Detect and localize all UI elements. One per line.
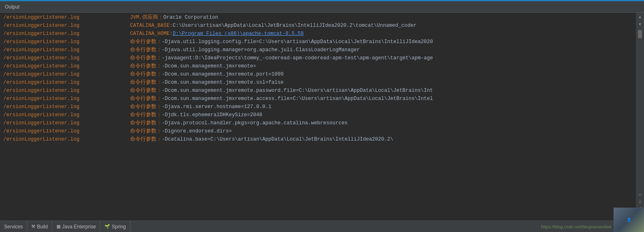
log-value: -Djava.rmi.server.hostname=127.0.0.1	[162, 103, 271, 111]
log-key: CATALINA_BASE:	[130, 22, 173, 30]
log-value: -Dcom.sun.management.jmxremote.ssl=false	[162, 78, 284, 87]
log-line: /ersionLoggerListener.log 命令行参数：-Dignore…	[0, 127, 636, 135]
log-key: 命令行参数：	[130, 38, 162, 46]
log-key: 命令行参数：	[130, 78, 162, 87]
avatar-image: 👤	[614, 208, 644, 232]
log-line: /ersionLoggerListener.log 命令行参数：-Dcom.su…	[0, 87, 636, 95]
scroll-indicator	[636, 28, 644, 191]
right-sidebar: ▲ ▼ ↵ ⤓ 🖨 🗑	[636, 13, 644, 221]
bottom-tab-services[interactable]: Services	[0, 221, 27, 232]
log-filename: /ersionLoggerListener.log	[0, 30, 130, 38]
log-line: /ersionLoggerListener.log 命令行参数：-Dcom.su…	[0, 62, 636, 70]
log-line: /ersionLoggerListener.log 命令行参数：-Djdk.tl…	[0, 111, 636, 119]
log-key: 命令行参数：	[130, 119, 162, 127]
log-value: -Djava.util.logging.config.file=C:\Users…	[162, 38, 433, 46]
log-content[interactable]: /ersionLoggerListener.log JVM.供应商： Oracl…	[0, 13, 636, 221]
scroll-thumb	[638, 30, 642, 38]
output-title: Output	[5, 4, 20, 10]
log-line: /ersionLoggerListener.log CATALINA_HOME:…	[0, 30, 636, 38]
log-filename: /ersionLoggerListener.log	[0, 135, 130, 143]
wrap-lines-button[interactable]: ↵	[637, 191, 643, 197]
scroll-up-button[interactable]: ▲	[637, 14, 643, 20]
log-line: /ersionLoggerListener.log CATALINA_BASE:…	[0, 22, 636, 30]
log-key: 命令行参数：	[130, 46, 162, 54]
log-value: -Djava.protocol.handler.pkgs=org.apache.…	[162, 119, 348, 127]
log-key: 命令行参数：	[130, 70, 162, 78]
tab-label: Java Enterprise	[62, 224, 96, 230]
bottom-tab-build[interactable]: ⚒Build	[27, 221, 52, 232]
log-filename: /ersionLoggerListener.log	[0, 62, 130, 70]
bottom-tab-spring[interactable]: 🌱Spring	[100, 221, 130, 232]
log-filename: /ersionLoggerListener.log	[0, 103, 130, 111]
log-filename: /ersionLoggerListener.log	[0, 13, 130, 22]
log-value: Oracle Corporation	[163, 13, 218, 22]
log-key: 命令行参数：	[130, 62, 162, 70]
log-value: -Djdk.tls.ephemeralDHKeySize=2048	[162, 111, 262, 119]
log-line: /ersionLoggerListener.log 命令行参数：-Djava.u…	[0, 38, 636, 46]
tab-icon: ⚒	[31, 224, 35, 229]
log-filename: /ersionLoggerListener.log	[0, 38, 130, 46]
log-value: -Dcom.sun.management.jmxremote.access.fi…	[162, 95, 433, 103]
log-value: -Djava.util.logging.manager=org.apache.j…	[162, 46, 360, 54]
log-filename: /ersionLoggerListener.log	[0, 78, 130, 87]
log-value: D:\Program Files (x86)\apache-tomcat-8.5…	[173, 30, 304, 38]
log-value: -Dcom.sun.management.jmxremote.port=1099	[162, 70, 284, 78]
log-key: 命令行参数：	[130, 127, 162, 135]
main-area: /ersionLoggerListener.log JVM.供应商： Oracl…	[0, 13, 644, 221]
tab-label: Services	[4, 224, 23, 230]
bottom-tab-java-enterprise[interactable]: ▦Java Enterprise	[52, 221, 100, 232]
log-key: 命令行参数：	[130, 111, 162, 119]
log-key: 命令行参数：	[130, 87, 162, 95]
log-value: -Dcatalina.base=C:\Users\artisan\AppData…	[162, 135, 393, 143]
log-filename: /ersionLoggerListener.log	[0, 127, 130, 135]
log-filename: /ersionLoggerListener.log	[0, 87, 130, 95]
log-key: CATALINA_HOME:	[130, 30, 173, 38]
log-value: C:\Users\artisan\AppData\Local\JetBrains…	[173, 22, 416, 30]
log-line: /ersionLoggerListener.log 命令行参数：-Dcom.su…	[0, 70, 636, 78]
bottom-bar: Services⚒Build▦Java Enterprise🌱Spring ht…	[0, 221, 644, 232]
log-filename: /ersionLoggerListener.log	[0, 54, 130, 62]
avatar-area: 👤	[614, 208, 644, 232]
output-header: Output	[0, 1, 644, 13]
log-line: /ersionLoggerListener.log 命令行参数：-Dcatali…	[0, 135, 636, 143]
log-filename: /ersionLoggerListener.log	[0, 111, 130, 119]
log-value: -javaagent:D:\IdeaProjects\tommy_-codere…	[162, 54, 433, 62]
log-key: 命令行参数：	[130, 54, 162, 62]
log-line: /ersionLoggerListener.log 命令行参数：-Djava.u…	[0, 46, 636, 54]
log-key: 命令行参数：	[130, 95, 162, 103]
log-line: /ersionLoggerListener.log 命令行参数：-Dcom.su…	[0, 95, 636, 103]
log-filename: /ersionLoggerListener.log	[0, 70, 130, 78]
log-line: /ersionLoggerListener.log 命令行参数：-Djava.r…	[0, 103, 636, 111]
log-line: /ersionLoggerListener.log 命令行参数：-Djava.p…	[0, 119, 636, 127]
tab-icon: ▦	[56, 224, 61, 229]
bottom-tabs: Services⚒Build▦Java Enterprise🌱Spring	[0, 221, 130, 232]
log-key: JVM.供应商：	[130, 13, 163, 22]
log-line: /ersionLoggerListener.log 命令行参数：-javaage…	[0, 54, 636, 62]
scroll-to-end-button[interactable]: ⤓	[637, 198, 643, 205]
log-value: -Dcom.sun.management.jmxremote.password.…	[162, 87, 433, 95]
log-key: 命令行参数：	[130, 135, 162, 143]
log-line: /ersionLoggerListener.log JVM.供应商： Oracl…	[0, 13, 636, 22]
log-filename: /ersionLoggerListener.log	[0, 119, 130, 127]
log-line: /ersionLoggerListener.log 命令行参数：-Dcom.su…	[0, 78, 636, 87]
log-filename: /ersionLoggerListener.log	[0, 22, 130, 30]
log-key: 命令行参数：	[130, 103, 162, 111]
tab-label: Spring	[112, 224, 126, 230]
scroll-down-button[interactable]: ▼	[637, 21, 643, 28]
bottom-url: https://blog.csdn.net/fangnanandwe	[541, 224, 611, 229]
tab-icon: 🌱	[104, 224, 110, 229]
log-value: -Dignore.endorsed.dirs=	[162, 127, 232, 135]
log-filename: /ersionLoggerListener.log	[0, 95, 130, 103]
log-value: -Dcom.sun.management.jmxremote=	[162, 62, 256, 70]
log-filename: /ersionLoggerListener.log	[0, 46, 130, 54]
tab-label: Build	[37, 224, 48, 230]
